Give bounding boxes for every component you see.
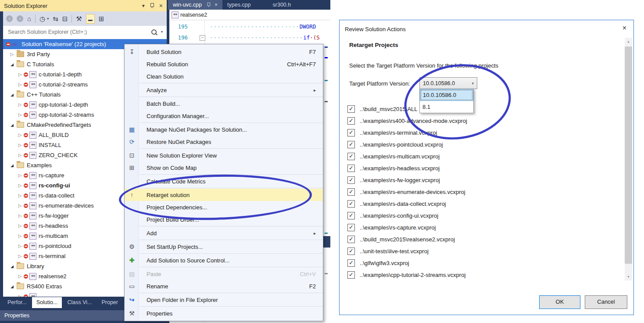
menu-item-configuration-manager[interactable]: Configuration Manager... [125,110,323,122]
twisty-collapsed-icon[interactable]: ▷ [17,254,23,258]
project-checkbox-row[interactable]: ✓..\build_msvc2015\realsense2.vcxproj [347,235,455,244]
menu-item-open-folder-in-file-explorer[interactable]: ↪Open Folder in File Explorer [125,294,323,306]
fold-collapse-icon[interactable]: − [200,35,205,41]
menu-item-restore-nuget[interactable]: ⟳Restore NuGet Packages [125,136,323,148]
twisty-collapsed-icon[interactable]: ▷ [17,82,23,87]
menu-item-analyze[interactable]: Analyze▸ [125,84,323,96]
search-icon[interactable] [151,29,157,35]
scroll-down-icon[interactable]: ▼ [625,273,632,280]
twisty-collapsed-icon[interactable]: ▷ [17,274,23,279]
tab-win-uvc[interactable]: win-uvc.cpp × [168,0,222,10]
menu-item-show-on-code-map[interactable]: ⊞Show on Code Map [125,162,323,174]
pin-icon[interactable] [207,3,211,7]
twisty-collapsed-icon[interactable]: ▷ [17,133,23,137]
checkbox-checked-icon[interactable]: ✓ [347,105,355,113]
twisty-collapsed-icon[interactable]: ▷ [17,203,23,208]
twisty-expanded-icon[interactable]: ◢ [9,123,15,127]
project-checkbox-row[interactable]: ✓..\examples\rs-pointcloud.vcxproj [347,140,443,149]
checkbox-checked-icon[interactable]: ✓ [347,236,355,243]
twisty-expanded-icon[interactable]: ◢ [9,62,15,67]
menu-item-project-dependencies[interactable]: Project Dependencies... [125,201,323,213]
tab-sr300[interactable]: sr300.h [268,0,296,10]
checkbox-checked-icon[interactable]: ✓ [347,212,355,219]
twisty-expanded-icon[interactable]: ◢ [9,284,15,289]
pin-icon[interactable] [150,3,154,8]
project-checkbox-row[interactable]: ✓..\unit-tests\live-test.vcxproj [347,247,429,255]
project-checkbox-row[interactable]: ✓..\examples\rs-headless.vcxproj [347,164,440,172]
checkbox-checked-icon[interactable]: ✓ [347,271,355,279]
checkbox-checked-icon[interactable]: ✓ [347,224,355,231]
twisty-collapsed-icon[interactable]: ▷ [17,153,23,158]
project-checkbox-row[interactable]: ✓..\examples\rs-capture.vcxproj [347,223,436,232]
menu-item-calculate-code-metrics[interactable]: Calculate Code Metrics [125,175,323,187]
checkbox-checked-icon[interactable]: ✓ [347,200,355,208]
twisty-collapsed-icon[interactable]: ▷ [17,173,23,178]
sync-with-active-document-icon[interactable]: ⇆ [53,15,58,22]
checkbox-checked-icon[interactable]: ✓ [347,165,355,172]
twisty-collapsed-icon[interactable]: ▷ [17,244,23,248]
project-checkbox-row[interactable]: ✓..\examples\rs-enumerate-devices.vcxpro… [347,187,465,196]
twisty-expanded-icon[interactable]: ◢ [9,163,15,168]
menu-item-rename[interactable]: ▭RenameF2 [125,280,323,292]
project-checkbox-row[interactable]: ✓..\examples\rs-terminal.vcxproj [347,128,437,137]
menu-item-new-solution-explorer-view[interactable]: ⊡New Solution Explorer View [125,149,323,162]
ok-button[interactable]: OK [539,295,580,309]
cancel-button[interactable]: Cancel [585,295,627,309]
menu-item-clean-solution[interactable]: Clean Solution [125,70,323,83]
dropdown-option-selected[interactable]: 10.0.10586.0 [420,89,473,101]
chevron-down-icon[interactable]: ▾ [161,30,163,34]
twisty-collapsed-icon[interactable]: ▷ [17,183,23,188]
menu-item-rebuild-solution[interactable]: Rebuild SolutionCtrl+Alt+F7 [125,58,323,70]
twisty-expanded-icon[interactable]: ◢ [9,93,15,97]
twisty-collapsed-icon[interactable]: ▷ [17,102,23,107]
twisty-collapsed-icon[interactable]: ▷ [17,233,23,238]
project-checkbox-row[interactable]: ✓..\examples\rs-fw-logger.vcxproj [347,176,440,184]
project-checkbox-row[interactable]: ✓..\examples\rs400-advanced-mode.vcxproj [347,116,467,125]
menu-item-add[interactable]: Add▸ [125,227,323,239]
menu-item-properties[interactable]: ⚒Properties [125,307,323,319]
pending-changes-icon[interactable]: ◷ [39,15,45,22]
checkbox-checked-icon[interactable]: ✓ [347,188,355,196]
properties-wrench-icon[interactable]: ⚒ [76,15,82,22]
tab-properties[interactable]: Proper [97,297,122,308]
menu-item-manage-nuget[interactable]: ▦Manage NuGet Packages for Solution... [125,123,323,136]
menu-item-build-solution[interactable]: ↧Build SolutionF7 [125,46,323,58]
checkbox-checked-icon[interactable]: ✓ [347,248,355,255]
project-checkbox-row[interactable]: ✓..\examples\rs-data-collect.vcxproj [347,199,446,208]
twisty-collapsed-icon[interactable]: ▷ [17,143,23,147]
target-platform-version-combobox[interactable]: 10.0.10586.0 ▾ [419,77,477,89]
search-input[interactable] [7,29,151,36]
window-position-icon[interactable]: ▾ [142,3,145,8]
checkbox-checked-icon[interactable]: ✓ [347,141,355,148]
menu-item-set-startup-projects[interactable]: ⚙Set StartUp Projects... [125,240,323,253]
twisty-expanded-icon[interactable]: ◢ [9,264,15,269]
project-checkbox-row[interactable]: ✓..\glfw\glfw3.vcxproj [347,258,409,267]
project-checkbox-row[interactable]: ✓..\examples\cpp-tutorial-2-streams.vcxp… [347,270,465,279]
project-checkbox-row[interactable]: ✓..\examples\rs-multicam.vcxproj [347,152,440,161]
project-checkbox-row[interactable]: ✓..\build_msvc2015\ALL [347,104,418,113]
breadcrumb[interactable]: realsense2 [180,12,207,18]
menu-item-batch-build[interactable]: Batch Build... [125,97,323,110]
scroll-up-icon[interactable]: ▲ [625,38,632,45]
code-map-icon[interactable]: ⊞ [99,15,104,22]
back-icon[interactable]: ‹ [6,15,13,22]
close-icon[interactable]: × [215,0,218,10]
menu-item-add-to-source-control[interactable]: ✚Add Solution to Source Control... [125,254,323,266]
twisty-collapsed-icon[interactable]: ▷ [17,193,23,198]
checkbox-checked-icon[interactable]: ✓ [347,176,355,184]
show-all-files-toggle[interactable]: ▬ [86,14,95,24]
scrollbar-thumb[interactable] [625,47,632,264]
dropdown-option[interactable]: 8.1 [420,101,473,113]
twisty-collapsed-icon[interactable]: ▷ [9,52,15,57]
checkbox-checked-icon[interactable]: ✓ [347,153,355,160]
tab-class-view[interactable]: Class Vi... [63,297,96,308]
close-icon[interactable]: × [159,3,163,9]
checkbox-checked-icon[interactable]: ✓ [347,117,355,125]
twisty-collapsed-icon[interactable]: ▷ [17,213,23,218]
tab-solution-explorer[interactable]: Solutio... [32,297,62,308]
tab-types[interactable]: types.cpp [222,0,256,10]
twisty-collapsed-icon[interactable]: ▷ [17,112,23,117]
menu-item-project-build-order[interactable]: Project Build Order... [125,213,323,226]
twisty-collapsed-icon[interactable]: ▷ [17,72,23,77]
twisty-collapsed-icon[interactable]: ▷ [17,223,23,228]
